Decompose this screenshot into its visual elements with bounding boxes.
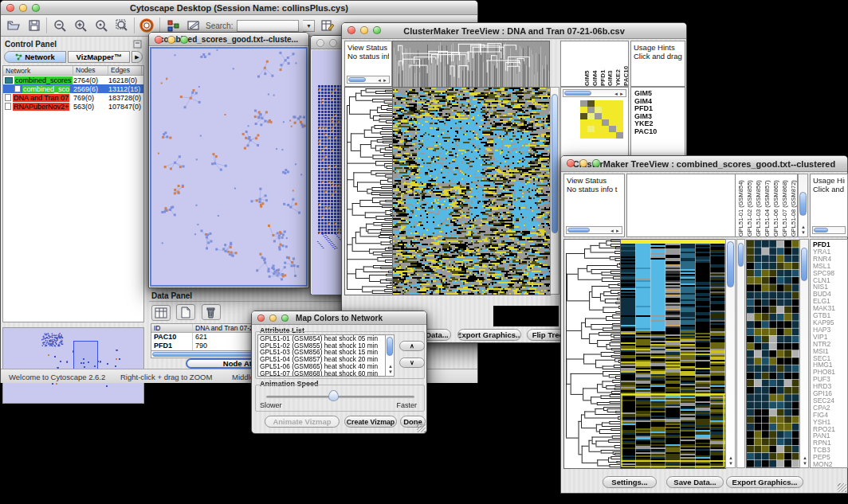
gene-label[interactable]: GPI16 (813, 390, 847, 397)
close-button[interactable] (316, 39, 324, 47)
tv2-zoom-heatmap[interactable] (746, 240, 800, 468)
array-label[interactable]: GPL51-01 (GSM854) (737, 174, 744, 236)
gene-label[interactable]: PFD1 (634, 105, 685, 113)
zoom-out-icon[interactable] (51, 18, 68, 34)
minimize-button[interactable] (19, 4, 27, 12)
tv1-heatmap[interactable] (392, 87, 551, 295)
gene-label[interactable]: PUF3 (813, 376, 847, 383)
gene-label[interactable]: VIP1 (813, 334, 847, 341)
gene-label[interactable]: ELG1 (813, 298, 847, 305)
move-up-button[interactable]: ∧ (399, 341, 425, 351)
column-label[interactable]: GIM4 (591, 41, 597, 86)
close-button[interactable] (257, 315, 265, 322)
birdseye-view[interactable] (2, 327, 144, 404)
gene-label[interactable]: SEC1 (813, 355, 847, 362)
gene-label[interactable]: HAP3 (813, 326, 847, 334)
gene-label[interactable]: BUD4 (813, 291, 847, 298)
gene-label[interactable]: TCB3 (813, 447, 847, 454)
gene-label[interactable]: PEP5 (813, 454, 847, 461)
tv2-column-tree-area[interactable] (626, 174, 735, 237)
column-label[interactable]: PFD1 (599, 41, 605, 86)
tv2-heatmap[interactable] (620, 239, 726, 469)
minimize-button[interactable] (269, 315, 277, 322)
gene-label[interactable]: CPA2 (813, 404, 847, 412)
minimize-button[interactable] (579, 159, 587, 167)
settings-button[interactable]: Settings... (603, 476, 657, 488)
gene-label[interactable]: RPO21 (813, 426, 847, 433)
network-canvas-1[interactable] (151, 49, 306, 285)
tv1-heatmap-vscrollbar[interactable] (550, 87, 559, 295)
gene-label[interactable]: NIS1 (813, 283, 847, 291)
network-row[interactable]: RNAPuberNov2+ 563(0) 107847(0) (3, 102, 143, 111)
gene-label[interactable]: HMG1 (813, 361, 847, 369)
zoom-button[interactable] (592, 159, 600, 167)
gene-label[interactable]: NTR2 (813, 341, 847, 348)
tv2-top-vscrollbar[interactable]: ▲▼ (798, 174, 808, 237)
array-label[interactable]: GPL51-04 (GSM857) (764, 174, 771, 236)
zoom-in-icon[interactable] (72, 18, 88, 34)
network-row[interactable]: DNA and Tran 07 769(0) 183728(0) (3, 93, 143, 102)
gene-label[interactable]: GIM3 (634, 113, 685, 121)
network-view-titlebar[interactable]: combined_scores_good.txt--cluste... (149, 33, 308, 46)
gene-label[interactable]: MAK31 (813, 305, 847, 312)
gene-label[interactable]: MSI1 (813, 348, 847, 355)
resize-grip[interactable] (417, 424, 426, 432)
view-status-hscrollbar[interactable]: ◄► (566, 226, 622, 234)
close-button[interactable] (347, 26, 355, 34)
tv2-zoom-left-scrollbar[interactable] (736, 239, 745, 468)
float-panel-icon[interactable] (133, 40, 142, 49)
save-icon[interactable] (26, 18, 42, 34)
gene-label[interactable]: SPC98 (813, 270, 847, 277)
search-input[interactable] (237, 20, 299, 32)
network-list-header[interactable]: Network Nodes Edges (3, 66, 143, 76)
move-down-button[interactable]: ∨ (399, 357, 425, 368)
view-status-hscrollbar[interactable]: ◄► (347, 76, 390, 84)
gene-label[interactable]: FIG4 (813, 412, 847, 419)
array-label[interactable]: GPL51-08 (GSM872) (790, 174, 797, 236)
zoom-fit-icon[interactable] (113, 18, 130, 34)
attribute-editor-icon[interactable] (319, 18, 336, 34)
usage-hints-hscrollbar[interactable] (812, 226, 846, 234)
column-label[interactable]: GIM3 (607, 41, 612, 86)
slider-thumb[interactable] (328, 390, 339, 401)
tv2-row-dendrogram[interactable] (563, 239, 622, 469)
array-label[interactable]: GPL51-03 (GSM856) (755, 174, 762, 236)
export-graphics-button[interactable]: Export Graphics... (726, 476, 803, 488)
array-label[interactable]: GPL51-07 (GSM868) (781, 174, 788, 236)
zoom-selected-icon[interactable] (92, 18, 109, 34)
minimize-button[interactable] (167, 36, 175, 44)
gene-label[interactable]: MON2 (813, 461, 847, 468)
gene-label[interactable]: KAP95 (813, 319, 847, 326)
delete-attribute-icon[interactable] (202, 304, 221, 320)
column-label[interactable]: PAC10 (622, 41, 628, 86)
tv1-row-dendrogram[interactable] (344, 87, 393, 295)
create-vizmap-button[interactable]: Create Vizmap (344, 416, 397, 428)
array-label[interactable]: GPL51-06 (GSM865) (772, 174, 779, 236)
gene-label[interactable]: YSH1 (813, 419, 847, 426)
gene-label[interactable]: YRA1 (813, 248, 847, 256)
close-button[interactable] (155, 36, 163, 44)
minimize-button[interactable] (329, 39, 337, 47)
tv2-heatmap-vscrollbar[interactable]: ▲▼ (725, 239, 736, 468)
gene-label[interactable]: CLN1 (813, 277, 847, 284)
gene-label[interactable]: PAN1 (813, 432, 847, 440)
gene-label[interactable]: SEC24 (813, 397, 847, 404)
dialog-titlebar[interactable]: Map Colors to Network (252, 311, 426, 325)
gene-label[interactable]: GTB1 (813, 312, 847, 319)
gene-label[interactable]: GIM5 (634, 90, 685, 98)
zoom-button[interactable] (373, 26, 381, 34)
export-graphics-button[interactable]: Export Graphics... (457, 329, 521, 341)
gene-label[interactable]: MSL1 (813, 263, 847, 270)
zoom-button[interactable] (180, 36, 188, 44)
select-attributes-icon[interactable] (151, 305, 171, 321)
network-row[interactable]: combined_scores 2764(0) 16218(0) (3, 76, 143, 84)
tv1-sub-hscrollbar[interactable]: ◄► (563, 89, 626, 97)
attribute-list-item[interactable]: GPL51-07 (GSM868) heat shock 60 min (258, 370, 394, 377)
tv1-mini-heatmap[interactable] (580, 100, 623, 139)
array-label[interactable]: GPL51-02 (GSM855) (746, 174, 753, 236)
column-label[interactable]: YKE2 (614, 41, 620, 86)
new-attribute-icon[interactable] (176, 304, 195, 320)
zoom-button[interactable] (32, 4, 40, 12)
gene-label[interactable]: YKE2 (634, 120, 685, 128)
cytoscape-titlebar[interactable]: Cytoscape Desktop (Session Name: collins… (1, 1, 477, 15)
